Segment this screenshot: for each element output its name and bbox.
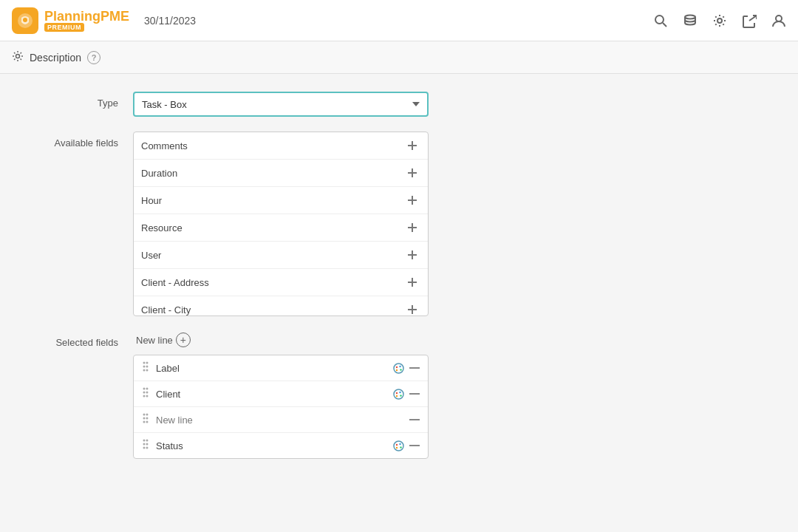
- svg-point-58: [143, 440, 146, 442]
- svg-point-65: [396, 443, 398, 445]
- selected-fields-row: Selected fields New line + Label: [30, 331, 768, 459]
- svg-point-45: [394, 389, 403, 399]
- available-field-item: Client - City: [134, 296, 428, 316]
- svg-point-68: [396, 446, 398, 448]
- selected-new-line-item: New line: [134, 407, 428, 433]
- type-label: Type: [30, 92, 133, 109]
- logo-icon: [12, 7, 38, 34]
- search-icon[interactable]: [653, 13, 668, 28]
- new-line-label: New line: [136, 335, 173, 346]
- svg-line-3: [663, 23, 666, 27]
- palette-button[interactable]: [393, 440, 404, 451]
- field-add-button[interactable]: [404, 301, 420, 316]
- svg-point-37: [396, 369, 398, 370]
- svg-point-36: [400, 369, 401, 370]
- drag-handle-icon: [141, 361, 150, 375]
- field-item-name: Duration: [141, 168, 177, 179]
- svg-point-66: [399, 443, 400, 444]
- type-select[interactable]: Task - Box Task - Line Event - Box Event…: [133, 92, 429, 117]
- selected-field-item: Client: [134, 381, 428, 407]
- field-add-button[interactable]: [404, 247, 420, 263]
- svg-point-31: [143, 369, 146, 372]
- selected-list: Label: [134, 355, 428, 458]
- palette-button[interactable]: [393, 389, 404, 400]
- remove-item-button[interactable]: [409, 418, 420, 421]
- svg-point-30: [146, 366, 149, 368]
- available-field-item: Client - Address: [134, 269, 428, 296]
- remove-item-button[interactable]: [409, 444, 420, 447]
- svg-point-54: [146, 417, 149, 420]
- palette-button[interactable]: [393, 363, 404, 374]
- settings-icon[interactable]: [712, 13, 727, 28]
- selected-container: Label: [133, 355, 429, 459]
- field-add-button[interactable]: [404, 192, 420, 208]
- svg-point-46: [396, 392, 398, 393]
- available-fields-label: Available fields: [30, 132, 133, 149]
- selected-field-item: Label: [134, 355, 428, 381]
- logo-text: PlanningPME PREMIUM: [44, 10, 129, 32]
- svg-point-2: [655, 16, 664, 24]
- selected-fields-field: New line + Label: [133, 331, 768, 459]
- item-action-btns: [393, 363, 420, 374]
- svg-point-35: [399, 365, 400, 366]
- available-field-item: User: [134, 242, 428, 269]
- svg-point-27: [143, 362, 146, 364]
- field-add-button[interactable]: [404, 219, 420, 236]
- drag-handle-icon: [141, 438, 150, 453]
- svg-point-8: [16, 54, 20, 58]
- logo-planning-text: PlanningPME: [44, 10, 129, 23]
- type-row: Type Task - Box Task - Line Event - Box …: [30, 92, 768, 117]
- svg-line-6: [749, 16, 757, 21]
- help-icon[interactable]: ?: [87, 51, 100, 64]
- svg-point-67: [400, 446, 401, 448]
- svg-point-33: [394, 364, 403, 373]
- svg-point-41: [143, 392, 146, 394]
- field-item-name: Client - City: [141, 304, 191, 316]
- logo: PlanningPME PREMIUM: [12, 7, 129, 34]
- svg-point-56: [146, 421, 149, 423]
- svg-point-64: [394, 441, 403, 451]
- field-item-name: User: [141, 250, 161, 261]
- field-add-button[interactable]: [404, 274, 420, 290]
- share-icon[interactable]: [742, 13, 757, 28]
- svg-point-47: [399, 391, 400, 392]
- svg-point-59: [146, 440, 149, 442]
- field-item-name: Comments: [141, 140, 188, 151]
- svg-point-42: [146, 392, 149, 394]
- svg-point-29: [143, 366, 146, 368]
- remove-item-button[interactable]: [409, 366, 420, 369]
- drag-handle-icon: [141, 386, 150, 401]
- selected-item-name: Label: [156, 363, 387, 374]
- available-fields-field: Comments Duration Hour Resource: [133, 132, 768, 316]
- selected-fields-header: New line +: [133, 331, 768, 349]
- svg-point-43: [143, 395, 146, 398]
- logo-premium-badge: PREMIUM: [44, 23, 84, 32]
- field-item-name: Resource: [141, 222, 183, 233]
- svg-point-40: [146, 388, 149, 390]
- available-fields-container: Comments Duration Hour Resource: [133, 132, 429, 316]
- svg-point-61: [146, 443, 149, 446]
- remove-item-button[interactable]: [409, 392, 420, 395]
- selected-item-name: New line: [156, 415, 403, 426]
- svg-point-53: [143, 417, 146, 420]
- item-action-btns: [409, 418, 420, 421]
- available-field-item: Comments: [134, 132, 428, 160]
- new-line-button[interactable]: New line +: [133, 331, 194, 349]
- user-icon[interactable]: [771, 13, 786, 28]
- svg-point-60: [143, 443, 146, 446]
- svg-point-5: [717, 18, 722, 23]
- item-action-btns: [393, 389, 420, 400]
- svg-point-7: [776, 16, 782, 21]
- svg-point-49: [396, 395, 398, 396]
- svg-point-62: [143, 447, 146, 449]
- field-add-button[interactable]: [404, 165, 420, 181]
- svg-point-63: [146, 447, 149, 449]
- sub-header: Description ?: [0, 41, 798, 74]
- available-field-item: Duration: [134, 160, 428, 187]
- svg-point-34: [396, 366, 398, 367]
- available-fields-list: Comments Duration Hour Resource: [134, 132, 428, 316]
- svg-point-28: [146, 362, 149, 364]
- svg-point-4: [685, 15, 695, 18]
- field-add-button[interactable]: [404, 137, 420, 154]
- database-icon[interactable]: [683, 13, 698, 28]
